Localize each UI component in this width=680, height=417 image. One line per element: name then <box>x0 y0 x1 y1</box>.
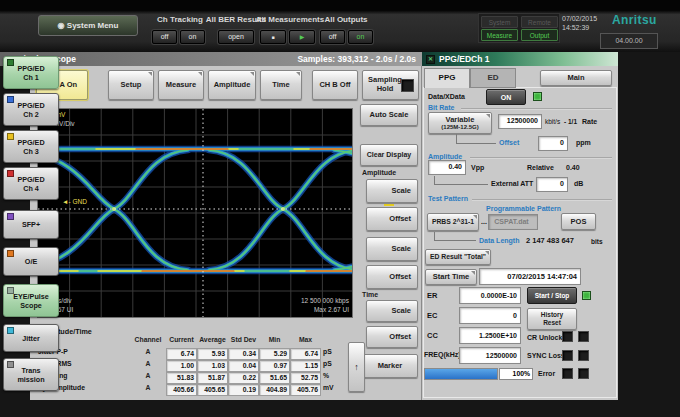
table-scroll-up-button[interactable]: ↑ <box>348 342 365 392</box>
auto-scale-button[interactable]: Auto Scale <box>360 104 418 126</box>
status-remote: Remote <box>521 16 558 28</box>
relative-label: Relative <box>527 164 554 171</box>
nav-ppg-ed-ch1[interactable]: PPG/ED Ch 1 <box>3 56 59 89</box>
external-att-field[interactable]: 0 <box>536 177 568 192</box>
data-length-unit: bits <box>591 238 603 245</box>
outputs-on-button[interactable]: on <box>348 30 373 44</box>
start-time-button[interactable]: Start Time <box>425 269 477 285</box>
ch-b-off-button[interactable]: CH B Off <box>312 70 358 100</box>
bit-rate-offset-field[interactable]: 0 <box>538 136 568 151</box>
ppg-header: ✕ PPG/EDCh 1 <box>422 52 618 66</box>
play-icon: ▶ <box>300 34 305 40</box>
datetime: 07/02/2015 14:52:39 <box>562 15 610 33</box>
time-section-label: Time <box>362 291 378 298</box>
amplitude-offset-a-button[interactable]: Offset <box>366 207 418 231</box>
progress-fill <box>425 369 497 379</box>
cell-stddev: 0.34 <box>228 348 259 360</box>
tab-ed[interactable]: ED <box>470 68 516 88</box>
time-button[interactable]: Time <box>260 70 302 100</box>
row-unit: pS <box>321 348 345 360</box>
clear-display-button[interactable]: Clear Display <box>360 144 418 166</box>
samples-readout: Samples: 393,312 - 2.0s / 2.0s <box>297 52 416 66</box>
error-label: Error <box>538 370 555 377</box>
tab-ppg[interactable]: PPG <box>424 68 470 88</box>
nav-label: Scope <box>4 301 58 310</box>
col-header-average: Average <box>197 336 228 348</box>
cr-unlock-indicator-history <box>578 331 589 342</box>
prbs-button[interactable]: PRBS 2^31-1 <box>427 213 479 231</box>
history-reset-button[interactable]: History Reset <box>527 308 577 330</box>
bit-rate-offset-unit: ppm <box>576 139 591 146</box>
sampling-hold-button[interactable]: Sampling Hold <box>362 70 419 100</box>
pos-button[interactable]: POS <box>561 213 596 230</box>
amplitude-scale-b-button[interactable]: Scale <box>366 237 418 261</box>
vpp-label: Vpp <box>471 164 484 171</box>
nav-transmission[interactable]: Trans mission <box>3 358 59 391</box>
nav-ppg-ed-ch4[interactable]: PPG/ED Ch 4 <box>3 167 59 200</box>
nav-label: SFP+ <box>4 220 58 229</box>
external-att-unit: dB <box>574 180 583 187</box>
bit-rate-ratio: - 1/1 <box>564 118 577 125</box>
ext-att-connector <box>434 176 488 185</box>
system-menu-icon: ◉ <box>58 21 65 30</box>
cell-min: 51.65 <box>259 372 290 384</box>
amplitude-button[interactable]: Amplitude <box>208 70 256 100</box>
main-button[interactable]: Main <box>540 70 612 86</box>
cell-min: 5.29 <box>259 348 290 360</box>
nav-o-e[interactable]: O/E <box>3 247 59 276</box>
max-ui-readout: Max 2.67 UI <box>314 306 349 313</box>
measurements-start-button[interactable]: ▶ <box>289 30 315 44</box>
start-stop-button[interactable]: Start / Stop <box>527 287 577 304</box>
amplitude-scale-a-button[interactable]: Scale <box>366 179 418 203</box>
col-header-max: Max <box>290 336 321 348</box>
gnd-marker: ◄- GND <box>62 198 87 205</box>
cell-min: 404.89 <box>259 384 290 396</box>
start-time-field: 07/02/2015 14:47:04 <box>479 268 581 285</box>
system-menu-button[interactable]: ◉ System Menu <box>38 15 138 36</box>
ppg-ed-ch3-icon <box>7 133 14 140</box>
channel-a-color-bar <box>384 204 394 206</box>
cell-max: 52.75 <box>290 372 321 384</box>
ch-tracking-off-button[interactable]: off <box>152 30 177 44</box>
version-label: 04.00.00 <box>600 33 658 49</box>
stop-icon: ■ <box>271 34 274 40</box>
measurements-stop-button[interactable]: ■ <box>260 30 286 44</box>
amplitude-field[interactable]: 0.40 <box>428 160 466 175</box>
ber-open-button[interactable]: open <box>218 30 254 44</box>
variable-label-2: (125M-12.5G) <box>429 124 491 131</box>
setup-button[interactable]: Setup <box>108 70 154 100</box>
bit-rate-variable-button[interactable]: Variable (125M-12.5G) <box>428 112 492 134</box>
sfp-plus-icon <box>7 213 14 220</box>
row-unit: mV <box>321 384 345 396</box>
ch-tracking-on-button[interactable]: on <box>180 30 205 44</box>
nav-ppg-ed-ch3[interactable]: PPG/ED Ch 3 <box>3 130 59 163</box>
jitter-icon <box>7 327 14 334</box>
row-channel: A <box>130 384 166 396</box>
measure-button[interactable]: Measure <box>158 70 204 100</box>
nav-jitter[interactable]: Jitter <box>3 324 59 352</box>
amplitude-section-label: Amplitude <box>362 169 396 176</box>
bit-rate-field[interactable]: 12500000 <box>498 114 542 129</box>
kbps-readout: 12 500 000 kbps <box>301 297 349 304</box>
amplitude-offset-b-button[interactable]: Offset <box>366 265 418 289</box>
time-scale-button[interactable]: Scale <box>366 300 418 322</box>
data-xdata-label: Data/XData <box>428 93 465 100</box>
cell-current: 1.00 <box>166 360 197 372</box>
data-length-label: Data Length <box>479 237 519 244</box>
nav-sfp-plus[interactable]: SFP+ <box>3 210 59 239</box>
cell-current: 51.83 <box>166 372 197 384</box>
gnd-label: GND <box>72 198 86 205</box>
nav-label: Jitter <box>4 334 58 343</box>
nav-ppg-ed-ch2[interactable]: PPG/ED Ch 2 <box>3 93 59 126</box>
marker-button[interactable]: Marker <box>362 354 418 378</box>
nav-label: Ch 4 <box>4 184 58 193</box>
ed-result-button[interactable]: ED Result "Total" <box>425 249 491 265</box>
test-pattern-divider <box>472 199 612 201</box>
time-offset-button[interactable]: Offset <box>366 326 418 348</box>
eye-traces <box>38 149 352 271</box>
bit-rate-rate-label: Rate <box>582 118 597 125</box>
nav-eye-pulse-scope[interactable]: EYE/Pulse Scope <box>3 284 59 317</box>
data-xdata-on-button[interactable]: ON <box>486 89 526 105</box>
ppg-ed-ch4-icon <box>7 170 14 177</box>
outputs-off-button[interactable]: off <box>320 30 345 44</box>
